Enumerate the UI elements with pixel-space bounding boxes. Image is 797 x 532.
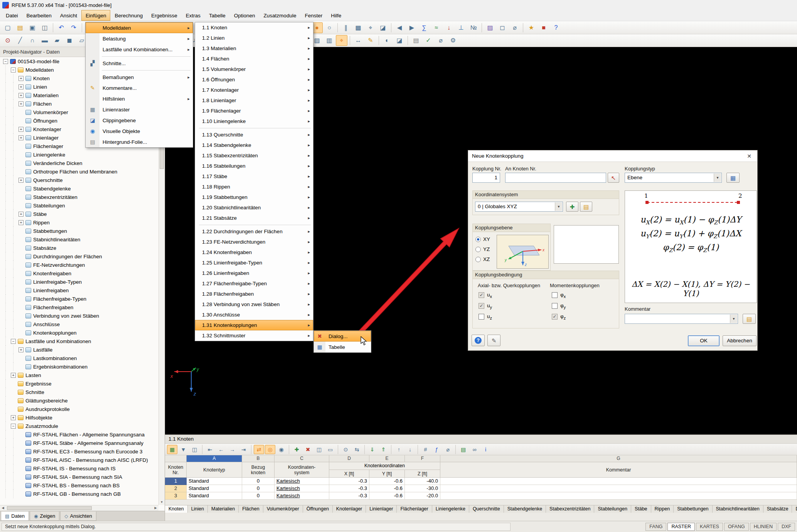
tree-item-orthotrope-flächen-und-membranen[interactable]: Orthotrope Flächen und Membranen (0, 167, 158, 176)
menu-fenster[interactable]: Fenster (300, 10, 327, 21)
tree-item-lastfälle-und-kombinationen[interactable]: −Lastfälle und Kombinationen (0, 337, 158, 345)
cell-koordsys[interactable]: Kartesisch (275, 485, 329, 492)
table-tab-volumenkörper[interactable]: Volumenkörper (263, 505, 303, 513)
chevron-down-icon[interactable]: ▾ (730, 315, 737, 323)
open-file-button[interactable]: ▤ (14, 22, 26, 33)
cell-kommentar[interactable] (440, 485, 797, 492)
new-solid-button[interactable]: ◼ (64, 35, 75, 46)
table-settings-button[interactable]: ▦ (167, 445, 177, 454)
sort-descending-button[interactable]: ↓ (405, 445, 415, 454)
show-loads-button[interactable]: ↓ (443, 22, 455, 33)
cell-bezug[interactable]: 0 (242, 492, 275, 500)
kopplungstyp-library-button[interactable]: ▦ (726, 173, 740, 183)
insert-menu-item-hilfslinien[interactable]: Hilfslinien▸ (86, 93, 193, 104)
wireframe-mode-button[interactable]: ○ (324, 22, 335, 33)
excel-export-button[interactable]: ▤ (458, 445, 468, 454)
tree-item-zusatzmodule[interactable]: −Zusatzmodule (0, 422, 158, 430)
submenu-item-1-31-knotenkopplungen[interactable]: 1.31 Knotenkopplungen▸ (195, 320, 313, 330)
submenu-item-1-28-flächenfreigaben[interactable]: 1.28 Flächenfreigaben▸ (195, 289, 313, 299)
table-corner[interactable] (165, 455, 187, 462)
cell-nr[interactable]: 2 (165, 485, 187, 492)
menu-einfügen[interactable]: Einfügen (81, 10, 110, 21)
tree-expander-icon[interactable]: + (19, 84, 24, 89)
import-table-button[interactable]: ⇓ (367, 445, 377, 454)
new-member-button[interactable]: ▬ (39, 35, 51, 46)
column-letter-e[interactable]: E (369, 455, 405, 462)
insert-menu-item-linienraster[interactable]: ▦Linienraster (86, 104, 193, 115)
table-tab-knotenlager[interactable]: Knotenlager (333, 505, 366, 513)
table-tab-knoten[interactable]: Knoten (165, 505, 188, 513)
column-letter-d[interactable]: D (329, 455, 369, 462)
tree-item-fe-netzverdichtungen[interactable]: FE-Netzverdichtungen (0, 261, 158, 269)
tree-expander-icon[interactable]: + (19, 76, 24, 81)
table-tab-materialien[interactable]: Materialien (208, 505, 239, 513)
cell-kommentar[interactable] (440, 478, 797, 485)
tree-item-stabbettungen[interactable]: Stabbettungen (0, 227, 158, 235)
phiz-checkbox[interactable]: ✓ φz (552, 313, 566, 320)
comment-button[interactable]: ✎ (365, 35, 376, 46)
table-tab-öffnungen[interactable]: Öffnungen (303, 505, 333, 513)
cell-z[interactable]: -40.0 (405, 478, 440, 485)
insert-menu-item-bemaßungen[interactable]: Bemaßungen▸ (86, 72, 193, 82)
highlight-row-button[interactable]: ◉ (276, 445, 286, 454)
tree-item-rf-stahl-sia-bemessung-nach-sia[interactable]: RF-STAHL SIA - Bemessung nach SIA (0, 473, 158, 481)
tree-expander-icon[interactable]: − (11, 339, 16, 344)
tree-item-ergebnisse[interactable]: Ergebnisse (0, 379, 158, 388)
submenu-item-1-20-stabnichtlinearitäten[interactable]: 1.20 Stabnichtlinearitäten▸ (195, 202, 313, 213)
menu-tabelle[interactable]: Tabelle (205, 10, 230, 21)
visibility-modes-button[interactable]: ◐ (381, 35, 393, 46)
tree-expander-icon[interactable]: + (19, 220, 24, 225)
submenu-item-1-2-linien[interactable]: 1.2 Linien▸ (195, 33, 313, 43)
show-results-button[interactable]: ≈ (431, 22, 442, 33)
submenu-item-1-25-linienfreigabe-typen[interactable]: 1.25 Linienfreigabe-Typen▸ (195, 258, 313, 268)
sync-selection-button[interactable]: ⇄ (254, 445, 264, 454)
tree-item-veränderliche-dicken[interactable]: Veränderliche Dicken (0, 159, 158, 167)
tree-item-querschnitte[interactable]: +Querschnitte (0, 176, 158, 184)
cell-nr[interactable]: 3 (165, 492, 187, 500)
menu-ergebnisse[interactable]: Ergebnisse (147, 10, 182, 21)
empty-row-button[interactable]: ▭ (325, 445, 335, 454)
tree-item-rf-stahl-ec3-bemessung-nach-eurocode-3[interactable]: RF-STAHL EC3 - Bemessung nach Eurocode 3 (0, 447, 158, 456)
scroll-left-icon[interactable]: ◀ (0, 505, 6, 511)
delete-row-button[interactable]: ✖ (303, 445, 313, 454)
next-row-button[interactable]: → (227, 445, 238, 454)
new-node-button[interactable]: ⊙ (2, 35, 13, 46)
work-plane-button[interactable]: ◪ (377, 22, 389, 33)
submenu-item-1-17-stäbe[interactable]: 1.17 Stäbe▸ (195, 171, 313, 182)
submenu-item-1-21-stabsätze[interactable]: 1.21 Stabsätze▸ (195, 213, 313, 223)
cell-y[interactable]: -0.6 (369, 492, 405, 500)
plane-snap-button[interactable]: ⌖ (336, 35, 347, 46)
tree-expander-icon[interactable]: + (19, 212, 24, 217)
submenu-item-1-5-volumenkörper[interactable]: 1.5 Volumenkörper▸ (195, 64, 313, 74)
table-tab-durchdringung[interactable]: Durchdringung (792, 505, 797, 513)
tree-item-glättungsbereiche[interactable]: Glättungsbereiche (0, 396, 158, 405)
kommentar-browse-button[interactable]: ▤ (743, 314, 756, 324)
submenu-item-1-26-linienfreigaben[interactable]: 1.26 Linienfreigaben▸ (195, 268, 313, 278)
tree-item-flächenfreigabe-typen[interactable]: Flächenfreigabe-Typen (0, 295, 158, 303)
submenu-item-1-9-flächenlager[interactable]: 1.9 Flächenlager▸ (195, 106, 313, 116)
tree-item-rf-stahl-stäbe-allgemeine-spannungsanaly[interactable]: RF-STAHL Stäbe - Allgemeine Spannungsana… (0, 439, 158, 447)
tree-expander-icon[interactable]: + (19, 101, 24, 106)
background-layer-button[interactable]: ▤ (410, 35, 422, 46)
submenu-item-1-28-verbindung-von-zwei-stäben[interactable]: 1.28 Verbindung von zwei Stäben▸ (195, 299, 313, 310)
tree-item-anschlüsse[interactable]: Anschlüsse (0, 320, 158, 328)
submenu-item-1-10-liniengelenke[interactable]: 1.10 Liniengelenke▸ (195, 116, 313, 126)
table-tab-stabbettungen[interactable]: Stabbettungen (674, 505, 712, 513)
status-toggle-fang[interactable]: FANG (645, 523, 666, 531)
column-letter-c[interactable]: C (275, 455, 329, 462)
tree-expander-icon[interactable]: + (19, 347, 24, 352)
submenu-item-1-23-fe-netzverdichtungen[interactable]: 1.23 FE-Netzverdichtungen▸ (195, 237, 313, 247)
new-coordinate-system-button[interactable]: ✚ (566, 202, 578, 212)
cell-kommentar[interactable] (440, 492, 797, 500)
tree-item-stäbe[interactable]: +Stäbe (0, 210, 158, 218)
submenu-item-1-4-flächen[interactable]: 1.4 Flächen▸ (195, 54, 313, 64)
submenu-item-1-19-stabbettungen[interactable]: 1.19 Stabbettungen▸ (195, 192, 313, 202)
submenu-item-1-6-öffnungen[interactable]: 1.6 Öffnungen▸ (195, 74, 313, 85)
menu-zusatzmodule[interactable]: Zusatzmodule (259, 10, 301, 21)
table-tab-stabendgelenke[interactable]: Stabendgelenke (504, 505, 546, 513)
kommentar-combobox[interactable]: ▾ (625, 314, 738, 324)
tree-expander-icon[interactable]: + (19, 178, 24, 183)
cell-x[interactable]: -0.3 (329, 478, 369, 485)
cell-bezug[interactable]: 0 (242, 485, 275, 492)
tree-item-liniengelenke[interactable]: Liniengelenke (0, 150, 158, 159)
